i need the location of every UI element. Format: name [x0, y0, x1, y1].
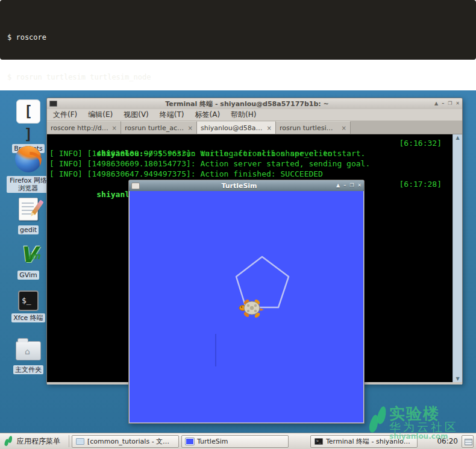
terminal-tabbar: roscore http://d58a57177b1b… × rosrun tu… [47, 121, 462, 134]
gvim-icon: Vim [15, 243, 42, 268]
home-folder-icon: ⌂ [16, 341, 41, 360]
minimize-button[interactable]: – [343, 183, 346, 188]
prompt-timestamp: [6:16:32] [399, 138, 442, 148]
terminal-menubar: 文件(F) 编辑(E) 视图(V) 终端(T) 标签(A) 帮助(H) [47, 109, 462, 121]
desktop-icon-home-folder[interactable]: ⌂ 主文件夹 [5, 341, 51, 374]
taskbar-item-label: TurtleSim [197, 438, 228, 445]
desktop-icon-xfce-terminal[interactable]: $_ Xfce 终端 [5, 290, 51, 322]
terminal-window-title: Terminal 终端 - shiyanlou@d58a57177b1b: ~ [60, 99, 434, 108]
tab-close-icon[interactable]: × [112, 125, 117, 131]
desktop-icon-brackets[interactable]: [ ] Brackets [5, 99, 51, 153]
close-button[interactable]: ✕ [357, 183, 362, 188]
xfce-terminal-icon: $_ [18, 290, 39, 311]
menu-view[interactable]: 视图(V) [124, 110, 149, 120]
turtle-sprite [239, 298, 264, 318]
turtlesim-canvas [130, 191, 363, 422]
taskbar: 应用程序菜单 [common_tutorials - 文件管… TurtleSi… [0, 433, 476, 449]
code-snippet-block: $ roscore $ rosrun turtlesim turtlesim_n… [0, 0, 476, 60]
screen: $ roscore $ rosrun turtlesim turtlesim_n… [0, 0, 476, 449]
scroll-up-icon[interactable]: ▲ [456, 135, 459, 140]
applications-menu-icon [5, 436, 13, 447]
tab-close-icon[interactable]: × [342, 125, 346, 131]
terminal-icon: >_ [315, 438, 323, 445]
firefox-icon [15, 146, 42, 172]
show-desktop-button[interactable] [462, 435, 474, 448]
taskbar-separator [69, 435, 69, 447]
desktop-icon-label: gedit [18, 225, 39, 234]
desktop-icon-label: GVim [17, 271, 39, 280]
tab-label: rosrun turtlesim turtlesim_node [280, 124, 339, 132]
taskbar-item-label: [common_tutorials - 文件管… [87, 437, 175, 446]
terminal-line: [ INFO] [1498630647.949497375]: Action f… [49, 169, 450, 179]
taskbar-item-label: Terminal 终端 - shiyanlou@… [326, 437, 413, 446]
turtlesim-window-icon [131, 183, 140, 189]
terminal-titlebar[interactable]: Terminal 终端 - shiyanlou@d58a57177b1b: ~ … [47, 98, 462, 109]
shade-button[interactable]: ▲ [434, 101, 438, 106]
desktop-icon-label: 主文件夹 [13, 365, 43, 374]
scroll-down-icon[interactable]: ▼ [456, 376, 459, 381]
menu-edit[interactable]: 编辑(E) [88, 110, 113, 120]
tab-close-icon[interactable]: × [188, 125, 193, 131]
turtlesim-window-title: TurtleSim [142, 182, 336, 190]
file-manager-icon [76, 438, 84, 445]
tab-shiyanlou[interactable]: shiyanlou@d58a57177b1b: ~ × [197, 121, 276, 134]
tab-turtlesim-node[interactable]: rosrun turtlesim turtlesim_node × [276, 121, 351, 134]
code-line: $ rosrun turtlesim turtlesim_node [7, 71, 469, 84]
taskbar-item-turtlesim[interactable]: TurtleSim [181, 435, 289, 448]
tab-shape-server[interactable]: rosrun turtle_actionlib shape_s… × [121, 121, 197, 134]
brackets-icon: [ ] [16, 99, 40, 124]
desktop-icon-gedit[interactable]: gedit [5, 198, 51, 234]
desktop-icon-gvim[interactable]: Vim GVim [5, 243, 51, 280]
turtlesim-window: TurtleSim ▲ – ❐ ✕ [128, 180, 365, 424]
menu-help[interactable]: 帮助(H) [231, 110, 256, 120]
menu-file[interactable]: 文件(F) [53, 110, 77, 120]
taskbar-item-file-manager[interactable]: [common_tutorials - 文件管… [72, 435, 179, 448]
terminal-window-icon [49, 101, 57, 107]
tab-close-icon[interactable]: × [267, 125, 272, 131]
code-line: $ roscore [7, 31, 469, 44]
tab-label: roscore http://d58a57177b1b… [51, 124, 110, 132]
maximize-button[interactable]: ❐ [448, 101, 452, 106]
terminal-line: shiyanlou:~/ $ rosrun turtle_actionlib s… [49, 138, 450, 148]
desktop-icon-label: Firefox 网络浏览器 [7, 176, 50, 193]
gedit-icon [19, 198, 38, 221]
turtlesim-icon [186, 438, 194, 445]
close-button[interactable]: ✕ [456, 101, 460, 106]
prompt-timestamp: [6:17:28] [399, 179, 442, 189]
minimize-button[interactable]: – [442, 101, 444, 106]
taskbar-item-terminal[interactable]: >_ Terminal 终端 - shiyanlou@… [310, 435, 418, 448]
tab-label: rosrun turtle_actionlib shape_s… [125, 124, 186, 132]
maximize-button[interactable]: ❐ [349, 183, 354, 188]
menu-tabs[interactable]: 标签(A) [195, 110, 221, 120]
menu-terminal[interactable]: 终端(T) [160, 110, 184, 120]
shade-button[interactable]: ▲ [336, 183, 340, 188]
clock: 06:20 [437, 437, 458, 445]
applications-menu-button[interactable]: 应用程序菜单 [0, 433, 66, 449]
tab-roscore[interactable]: roscore http://d58a57177b1b… × [47, 121, 121, 134]
pentagon-shape [236, 257, 289, 307]
terminal-scrollbar[interactable]: ▲ ▼ [453, 134, 462, 382]
applications-menu-label: 应用程序菜单 [17, 436, 60, 447]
terminal-line: [ INFO] [1498630608.909559633]: Waiting … [49, 148, 450, 159]
desktop-icon-firefox[interactable]: Firefox 网络浏览器 [5, 146, 51, 193]
desktop-icon-label: Xfce 终端 [11, 313, 45, 322]
tab-label: shiyanlou@d58a57177b1b: ~ [201, 124, 265, 132]
terminal-line: [ INFO] [1498630609.180154773]: Action s… [49, 159, 450, 169]
turtlesim-titlebar[interactable]: TurtleSim ▲ – ❐ ✕ [129, 180, 364, 191]
turtlesim-drawing [130, 191, 363, 422]
